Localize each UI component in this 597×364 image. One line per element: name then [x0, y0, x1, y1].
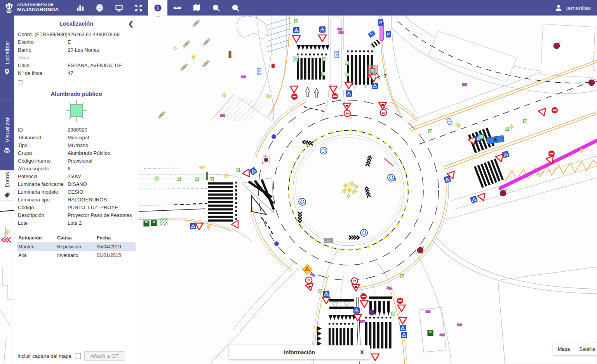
- blueTag-marker[interactable]: [335, 51, 339, 57]
- chev-marker[interactable]: [364, 187, 371, 198]
- speed20-marker[interactable]: [306, 277, 312, 283]
- greenSq-marker[interactable]: [295, 20, 298, 23]
- noentry-marker[interactable]: [397, 298, 403, 304]
- yellowDiamond-marker[interactable]: [302, 264, 312, 274]
- benchBr-marker[interactable]: [229, 51, 231, 58]
- yield-marker[interactable]: [292, 36, 300, 42]
- greenSq-marker[interactable]: [505, 127, 509, 131]
- blueCircle-marker[interactable]: [320, 147, 327, 154]
- sun-marker[interactable]: [343, 183, 348, 188]
- blueTag-marker[interactable]: [257, 69, 261, 75]
- pedBlue-marker[interactable]: [470, 196, 477, 203]
- sun-marker[interactable]: [352, 189, 357, 194]
- magRect-marker[interactable]: [220, 114, 225, 117]
- magRect-marker[interactable]: [457, 324, 462, 326]
- blueCircle-marker[interactable]: [388, 174, 395, 181]
- sun-marker[interactable]: [5, 229, 10, 235]
- sun-marker[interactable]: [353, 184, 359, 189]
- blueDot-marker[interactable]: [274, 241, 279, 246]
- sun-marker[interactable]: [223, 173, 229, 179]
- noentry-marker[interactable]: [291, 94, 298, 100]
- greenSq-marker[interactable]: [322, 72, 325, 76]
- yield-marker[interactable]: [399, 317, 407, 324]
- sunOff-marker[interactable]: [173, 46, 178, 51]
- greenSq-marker[interactable]: [210, 178, 214, 181]
- cursor-marker[interactable]: [376, 73, 380, 79]
- sun-marker[interactable]: [206, 224, 211, 230]
- redDot-marker[interactable]: [500, 189, 507, 196]
- user-menu[interactable]: jamarillas: [554, 3, 597, 12]
- sidebar-tab-datos[interactable]: Datos: [0, 170, 14, 200]
- pedBlue-marker[interactable]: [400, 325, 406, 331]
- laneArrow-marker[interactable]: [315, 88, 319, 97]
- greenSq-marker[interactable]: [345, 73, 349, 76]
- bump-marker[interactable]: [305, 283, 315, 292]
- add-to-ot-button[interactable]: Añadir a OT: [84, 351, 125, 361]
- pedBlue-marker[interactable]: [372, 83, 378, 89]
- route-highlight-line[interactable]: [500, 140, 597, 188]
- sun-marker[interactable]: [199, 165, 205, 170]
- yield-marker[interactable]: [354, 314, 362, 321]
- pedBlue-marker[interactable]: [401, 332, 407, 338]
- magRect-marker[interactable]: [440, 334, 444, 336]
- noentry-marker[interactable]: [552, 107, 558, 113]
- basemap-satellite-button[interactable]: Satélite: [574, 347, 597, 352]
- magRect-marker[interactable]: [241, 76, 246, 78]
- yield-marker[interactable]: [371, 354, 379, 361]
- redRect-marker[interactable]: [272, 64, 275, 68]
- ruler-button[interactable]: [167, 0, 187, 16]
- opacity-slider[interactable]: [18, 80, 135, 85]
- pedBlue-marker[interactable]: [320, 27, 325, 33]
- bench-marker[interactable]: [202, 60, 210, 68]
- blueCircle-marker[interactable]: [360, 229, 367, 236]
- blueTag-marker[interactable]: [447, 118, 453, 125]
- magRect-marker[interactable]: [426, 310, 430, 313]
- yield-marker[interactable]: [319, 35, 326, 42]
- pedBlue-marker[interactable]: [190, 224, 196, 229]
- bar-chart-button[interactable]: [70, 0, 90, 16]
- yield-marker[interactable]: [195, 223, 203, 230]
- redDot-marker[interactable]: [418, 246, 425, 253]
- sun-marker[interactable]: [341, 188, 347, 194]
- pedBlue-marker[interactable]: [294, 28, 299, 33]
- slider-handle[interactable]: [18, 80, 23, 85]
- sun-marker[interactable]: [221, 92, 227, 98]
- blueCircle-marker[interactable]: [299, 198, 306, 205]
- greenSq-marker[interactable]: [177, 177, 181, 181]
- yield-marker[interactable]: [360, 301, 368, 307]
- yield-marker[interactable]: [290, 86, 298, 93]
- lightSq-marker[interactable]: [292, 55, 299, 62]
- app-logo[interactable]: AYUNTAMIENTO DE MAJADAHONDA: [0, 2, 63, 14]
- yield-marker[interactable]: [538, 108, 548, 117]
- zoom-out-button[interactable]: [226, 0, 245, 16]
- monitor-button[interactable]: [109, 0, 129, 16]
- history-row[interactable]: AltaInventario01/01/2015: [17, 251, 136, 260]
- greenSq-marker[interactable]: [429, 130, 432, 133]
- miniZebra-marker[interactable]: [370, 38, 382, 49]
- print-button[interactable]: [90, 0, 109, 16]
- sun-marker[interactable]: [347, 187, 352, 193]
- greenSq-marker[interactable]: [392, 312, 395, 315]
- chev-marker[interactable]: [298, 212, 302, 222]
- blueDot-marker[interactable]: [272, 134, 276, 139]
- magRect-marker[interactable]: [462, 83, 467, 86]
- speed20-marker[interactable]: [380, 109, 386, 116]
- greenSq-marker[interactable]: [236, 168, 240, 172]
- magRect-marker[interactable]: [338, 28, 342, 30]
- noentry-marker[interactable]: [360, 293, 367, 300]
- collapse-panel-icon[interactable]: ❮: [128, 20, 134, 28]
- information-bar[interactable]: Información X: [229, 345, 370, 359]
- greenSq-marker[interactable]: [400, 275, 404, 278]
- fullscreen-button[interactable]: [129, 0, 148, 16]
- magRect-marker[interactable]: [310, 272, 315, 277]
- sidebar-tab-localizar[interactable]: Localizar: [0, 16, 14, 101]
- yield-marker[interactable]: [345, 82, 353, 89]
- chev-marker[interactable]: [303, 140, 313, 146]
- magRect-marker[interactable]: [386, 286, 392, 290]
- noentry-marker[interactable]: [332, 93, 338, 99]
- pedBlue-marker[interactable]: [354, 308, 360, 314]
- pedBlue-marker[interactable]: [249, 167, 258, 175]
- close-information-icon[interactable]: X: [360, 349, 364, 355]
- greenSq-marker[interactable]: [524, 120, 527, 123]
- bump-marker[interactable]: [352, 284, 360, 291]
